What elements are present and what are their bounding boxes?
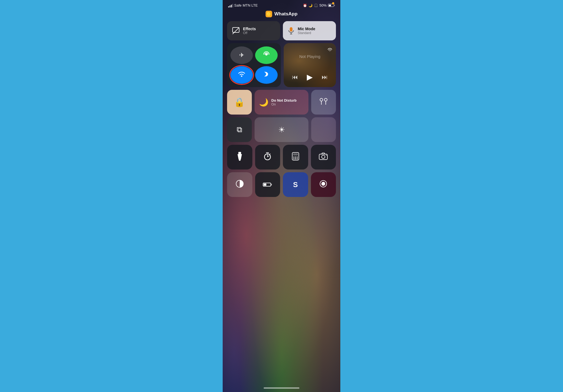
wifi-icon bbox=[238, 71, 245, 79]
airplane-icon: ✈ bbox=[239, 52, 244, 59]
whatsapp-icon: 🟡 bbox=[266, 11, 272, 17]
svg-point-23 bbox=[295, 157, 296, 158]
screen-mirror-tile[interactable]: ⧉ bbox=[227, 117, 252, 142]
camera-icon bbox=[319, 153, 328, 162]
row-bottom-icons bbox=[227, 145, 336, 169]
timer-icon bbox=[263, 152, 272, 162]
status-left: Safe MTN LTE bbox=[228, 3, 258, 7]
dnd-moon-icon: 🌙 bbox=[259, 98, 269, 107]
airplane-mode-button[interactable]: ✈ bbox=[230, 46, 253, 64]
flashlight-icon bbox=[236, 152, 244, 163]
now-playing-tile[interactable]: Not Playing ⏮ ▶ ⏭ bbox=[284, 43, 336, 87]
alarm-icon: ⏰ bbox=[303, 4, 307, 7]
left-col: 🔒 ⧉ bbox=[227, 90, 252, 142]
mic-mode-tile[interactable]: Mic Mode Standard bbox=[283, 21, 336, 40]
brightness-row: ☀ bbox=[255, 117, 308, 142]
brightness-icon: ☀ bbox=[278, 125, 285, 134]
airpods-tile[interactable] bbox=[311, 90, 336, 115]
svg-point-22 bbox=[293, 157, 294, 158]
do-not-disturb-tile[interactable]: 🌙 Do Not Disturb On bbox=[255, 90, 308, 115]
home-indicator[interactable] bbox=[264, 387, 299, 389]
player-controls: ⏮ ▶ ⏭ bbox=[288, 70, 332, 84]
svg-rect-34 bbox=[271, 184, 272, 185]
timer-tile[interactable] bbox=[255, 145, 280, 169]
shazam-icon: S bbox=[293, 180, 298, 189]
svg-rect-2 bbox=[290, 27, 292, 32]
row-connectivity-nowplaying: ✈ bbox=[227, 43, 336, 87]
camera-tile[interactable] bbox=[311, 145, 336, 169]
headphones-icon: 🎧 bbox=[314, 4, 318, 7]
dnd-subtitle: On bbox=[271, 102, 297, 106]
status-bar: Safe MTN LTE ⏰ 🌙 🎧 50% bbox=[223, 0, 340, 9]
wifi-button[interactable] bbox=[230, 66, 253, 84]
svg-point-25 bbox=[293, 158, 294, 159]
svg-marker-7 bbox=[329, 51, 331, 51]
mic-mode-title: Mic Mode bbox=[298, 27, 315, 31]
calculator-tile[interactable] bbox=[283, 145, 308, 169]
control-center-grid: Effects Off Mic Mode Standard bbox=[223, 21, 340, 197]
orange-dot bbox=[332, 2, 334, 4]
mic-mode-subtitle: Standard bbox=[298, 31, 315, 35]
bluetooth-button[interactable] bbox=[255, 66, 278, 84]
svg-point-29 bbox=[322, 155, 325, 159]
signal-bar-1 bbox=[228, 6, 229, 7]
battery-icon bbox=[328, 4, 335, 7]
lock-rotation-icon: 🔒 bbox=[234, 97, 245, 107]
battery-horizontal-icon bbox=[263, 180, 272, 189]
phone-container: Safe MTN LTE ⏰ 🌙 🎧 50% 🟡 WhatsApp bbox=[223, 0, 340, 392]
fast-forward-button[interactable]: ⏭ bbox=[322, 74, 328, 81]
dnd-text: Do Not Disturb On bbox=[271, 98, 297, 106]
svg-point-26 bbox=[295, 158, 296, 159]
svg-point-36 bbox=[321, 182, 325, 186]
screen-record-tile[interactable] bbox=[311, 172, 336, 197]
dnd-title: Do Not Disturb bbox=[271, 98, 297, 102]
network-type: MTN LTE bbox=[243, 3, 258, 7]
connectivity-tile: ✈ bbox=[227, 43, 281, 87]
hotspot-button[interactable] bbox=[255, 46, 278, 64]
svg-point-24 bbox=[297, 157, 298, 158]
battery-percent: 50% bbox=[319, 3, 327, 7]
mic-text: Mic Mode Standard bbox=[298, 27, 315, 35]
row-effects-mic: Effects Off Mic Mode Standard bbox=[227, 21, 336, 40]
calculator-icon bbox=[292, 152, 299, 162]
svg-line-19 bbox=[270, 154, 270, 154]
rewind-button[interactable]: ⏮ bbox=[292, 74, 298, 81]
row-last-icons: S bbox=[227, 172, 336, 197]
signal-bar-3 bbox=[231, 5, 232, 7]
battery-mode-tile[interactable] bbox=[255, 172, 280, 197]
svg-point-10 bbox=[324, 98, 327, 101]
effects-subtitle: Off bbox=[243, 31, 256, 35]
moon-icon: 🌙 bbox=[308, 4, 313, 7]
svg-point-27 bbox=[297, 158, 298, 159]
whatsapp-header: 🟡 WhatsApp bbox=[223, 9, 340, 21]
effects-off-tile[interactable]: Effects Off bbox=[227, 21, 280, 40]
dark-mode-tile[interactable] bbox=[227, 172, 252, 197]
svg-rect-21 bbox=[293, 153, 298, 155]
battery-tip bbox=[334, 5, 335, 6]
right-col bbox=[311, 90, 336, 142]
signal-bars bbox=[228, 4, 233, 7]
carrier-name: Safe bbox=[234, 3, 242, 7]
mid-col: 🌙 Do Not Disturb On ☀ bbox=[255, 90, 308, 142]
battery-fill bbox=[329, 5, 331, 6]
play-button[interactable]: ▶ bbox=[307, 73, 313, 82]
bluetooth-icon bbox=[264, 70, 269, 80]
svg-rect-14 bbox=[239, 160, 241, 161]
shazam-tile[interactable]: S bbox=[283, 172, 308, 197]
signal-bar-2 bbox=[230, 5, 230, 7]
whatsapp-emoji: 🟡 bbox=[266, 12, 271, 16]
status-right: ⏰ 🌙 🎧 50% bbox=[303, 3, 335, 7]
svg-line-1 bbox=[233, 27, 239, 34]
extra-tile[interactable] bbox=[311, 117, 336, 142]
airpods-icon bbox=[318, 96, 329, 109]
not-playing-label: Not Playing bbox=[288, 54, 332, 59]
mic-icon bbox=[287, 27, 295, 35]
svg-rect-12 bbox=[238, 152, 241, 154]
dark-mode-icon bbox=[236, 180, 244, 190]
svg-rect-33 bbox=[264, 184, 266, 186]
flashlight-tile[interactable] bbox=[227, 145, 252, 169]
brightness-tile[interactable]: ☀ bbox=[255, 117, 308, 142]
hotspot-icon bbox=[263, 51, 270, 60]
svg-point-8 bbox=[320, 98, 323, 101]
screen-lock-tile[interactable]: 🔒 bbox=[227, 90, 252, 115]
